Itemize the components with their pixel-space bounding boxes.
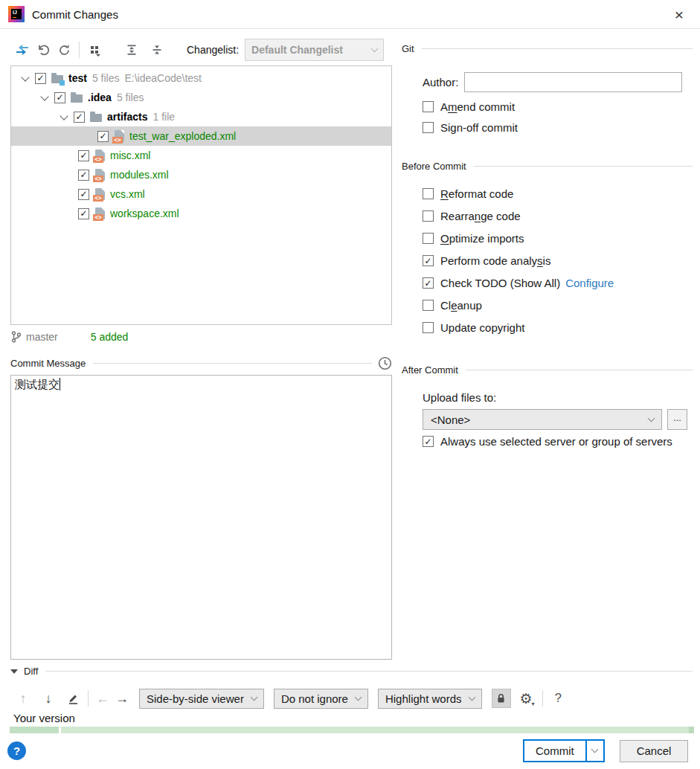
perform-code-analysis-option[interactable]: ✓ Perform code analysis bbox=[423, 254, 550, 267]
whitespace-dropdown[interactable]: Do not ignore bbox=[274, 689, 368, 709]
help-button[interactable]: ? bbox=[7, 741, 26, 760]
disable-editing-toggle[interactable] bbox=[492, 689, 511, 708]
tree-item-label: vcs.xml bbox=[110, 188, 145, 200]
commit-message-header: Commit Message bbox=[10, 356, 392, 370]
tree-item-label: artifacts bbox=[107, 111, 147, 123]
browse-servers-button[interactable]: ... bbox=[667, 409, 687, 430]
rollback-button[interactable] bbox=[33, 40, 54, 59]
collapse-all-icon bbox=[151, 44, 163, 56]
chevron-down-icon bbox=[648, 414, 655, 422]
tree-item-label: .idea bbox=[88, 91, 112, 103]
tree-row-workspace[interactable]: ✓ <> workspace.xml bbox=[11, 204, 391, 223]
toolbar-separator bbox=[79, 42, 80, 58]
checkbox[interactable]: ✓ bbox=[78, 189, 89, 200]
upload-server-dropdown[interactable]: <None> bbox=[423, 409, 662, 430]
tree-row-modules[interactable]: ✓ <> modules.xml bbox=[11, 165, 391, 184]
checkbox[interactable] bbox=[423, 322, 434, 333]
message-history-icon[interactable] bbox=[378, 356, 392, 370]
tree-row-test[interactable]: ✓ test 5 files E:\ideaCode\test bbox=[11, 68, 391, 88]
caret-down-icon: ▾ bbox=[532, 701, 535, 707]
edit-source-button[interactable] bbox=[62, 689, 83, 708]
next-change-button[interactable]: ↓ bbox=[39, 691, 58, 707]
sign-off-commit-option[interactable]: Sign-off commit bbox=[423, 121, 518, 134]
update-copyright-option[interactable]: Update copyright bbox=[423, 321, 524, 334]
chevron-down-icon[interactable] bbox=[22, 74, 29, 82]
added-count: 5 added bbox=[91, 331, 129, 343]
checkbox[interactable]: ✓ bbox=[35, 73, 46, 84]
always-use-server-option[interactable]: ✓ Always use selected server or group of… bbox=[423, 435, 672, 448]
optimize-imports-option[interactable]: Optimize imports bbox=[423, 232, 524, 245]
changed-files-tree: ✓ test 5 files E:\ideaCode\test ✓ .idea … bbox=[10, 65, 392, 325]
chevron-down-icon[interactable] bbox=[60, 113, 68, 120]
checkbox[interactable]: ✓ bbox=[78, 208, 89, 219]
diff-help-button[interactable]: ? bbox=[555, 691, 562, 706]
author-row: Author: bbox=[423, 72, 682, 92]
commit-changes-dialog: IJ Commit Changes × bbox=[0, 0, 700, 769]
diff-settings-button[interactable]: ⚙ ▾ bbox=[517, 689, 538, 708]
previous-change-button[interactable]: ↑ bbox=[13, 691, 33, 707]
tree-row-test-war-exploded[interactable]: ✓ <> test_war_exploded.xml bbox=[11, 126, 391, 146]
project-folder-icon bbox=[51, 75, 63, 83]
tree-item-label: workspace.xml bbox=[110, 207, 179, 219]
chevron-down-icon bbox=[355, 693, 362, 701]
viewer-mode-dropdown[interactable]: Side-by-side viewer bbox=[139, 689, 264, 709]
refresh-button[interactable] bbox=[54, 40, 74, 59]
commit-button-label[interactable]: Commit bbox=[524, 741, 585, 761]
checkbox[interactable] bbox=[423, 101, 434, 112]
collapse-all-button[interactable] bbox=[147, 40, 167, 59]
previous-difference-button[interactable]: ← bbox=[93, 691, 112, 707]
commit-message-input[interactable]: 测试提交 bbox=[10, 375, 392, 660]
checkbox[interactable]: ✓ bbox=[97, 131, 109, 142]
text-cursor bbox=[60, 378, 60, 390]
commit-button[interactable]: Commit bbox=[523, 739, 605, 762]
window-title: Commit Changes bbox=[32, 8, 118, 21]
diff-toolbar: ↑ ↓ ← → Side-by-side viewer Do not ignor… bbox=[13, 687, 562, 710]
tree-item-count: 5 files bbox=[92, 72, 120, 84]
checkbox[interactable] bbox=[423, 300, 434, 311]
show-diff-icon bbox=[16, 44, 29, 56]
expand-all-button[interactable] bbox=[121, 40, 142, 59]
checkbox[interactable] bbox=[423, 188, 434, 199]
checkbox[interactable] bbox=[423, 210, 434, 222]
chevron-down-icon[interactable] bbox=[41, 94, 48, 101]
upload-server-value: <None> bbox=[431, 414, 649, 426]
tree-row-misc[interactable]: ✓ <> misc.xml bbox=[11, 146, 391, 165]
checkbox[interactable]: ✓ bbox=[423, 255, 434, 266]
refresh-icon bbox=[58, 44, 71, 57]
group-by-button[interactable] bbox=[84, 40, 105, 59]
commit-options-split[interactable] bbox=[585, 741, 603, 761]
checkbox[interactable] bbox=[423, 233, 434, 244]
checkbox[interactable]: ✓ bbox=[423, 436, 434, 447]
close-icon[interactable]: × bbox=[669, 4, 690, 25]
checkbox[interactable]: ✓ bbox=[74, 112, 85, 123]
folder-icon bbox=[90, 114, 102, 122]
check-todo-option[interactable]: ✓ Check TODO (Show All) Configure bbox=[423, 277, 614, 289]
highlight-mode-dropdown[interactable]: Highlight words bbox=[378, 689, 482, 709]
diff-added-line-preview bbox=[10, 727, 694, 733]
checkbox[interactable]: ✓ bbox=[54, 92, 65, 103]
diff-section-header[interactable]: Diff bbox=[10, 666, 693, 677]
amend-commit-option[interactable]: Amend commit bbox=[423, 100, 515, 113]
checkbox[interactable]: ✓ bbox=[78, 170, 89, 181]
expand-all-icon bbox=[126, 44, 138, 56]
xml-file-icon: <> bbox=[95, 149, 105, 161]
cancel-button[interactable]: Cancel bbox=[620, 740, 688, 762]
author-field[interactable] bbox=[464, 72, 682, 92]
rearrange-code-option[interactable]: Rearrange code bbox=[423, 210, 521, 222]
changelist-dropdown[interactable]: Default Changelist bbox=[245, 39, 384, 61]
checkbox[interactable]: ✓ bbox=[423, 277, 434, 289]
tree-item-label: modules.xml bbox=[110, 169, 169, 181]
configure-link[interactable]: Configure bbox=[565, 277, 614, 289]
cleanup-option[interactable]: Cleanup bbox=[423, 299, 482, 312]
next-difference-button[interactable]: → bbox=[112, 691, 132, 707]
checkbox[interactable]: ✓ bbox=[78, 150, 89, 161]
tree-row-idea[interactable]: ✓ .idea 5 files bbox=[11, 88, 391, 107]
reformat-code-option[interactable]: Reformat code bbox=[423, 187, 513, 200]
highlight-mode-value: Highlight words bbox=[385, 692, 462, 705]
tree-row-vcs[interactable]: ✓ <> vcs.xml bbox=[11, 184, 391, 204]
tree-row-artifacts[interactable]: ✓ artifacts 1 file bbox=[11, 107, 391, 126]
folder-icon bbox=[71, 94, 83, 103]
checkbox[interactable] bbox=[423, 122, 434, 133]
show-diff-button[interactable] bbox=[12, 40, 33, 59]
collapse-triangle-icon[interactable] bbox=[10, 669, 18, 674]
